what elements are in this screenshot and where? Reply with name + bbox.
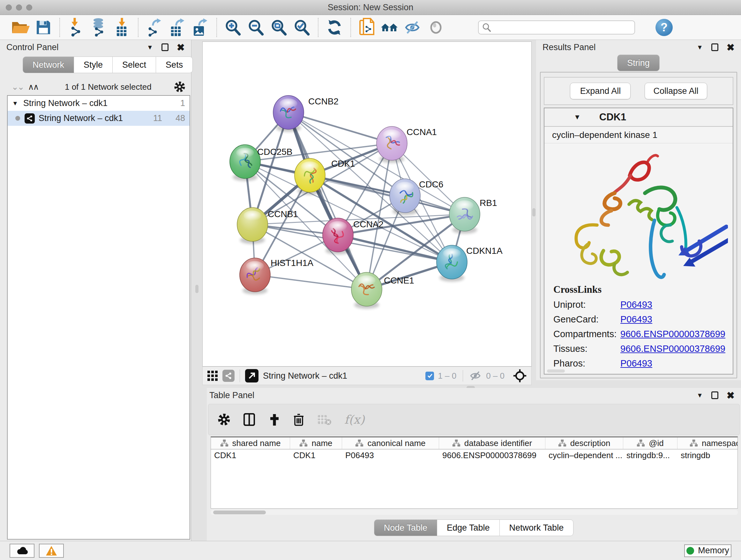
network-row[interactable]: String Network – cdk1 11 48 [8,111,190,126]
cell-description[interactable]: cyclin–dependent ... [545,450,623,460]
cloud-status-button[interactable] [10,544,35,558]
column-header[interactable]: database identifier [464,438,532,448]
cell-name[interactable]: CDK1 [290,450,342,460]
column-header[interactable]: shared name [232,438,281,448]
network-node-CCNB2[interactable]: CCNB2 [273,96,339,132]
tab-select[interactable]: Select [112,57,156,73]
memory-button[interactable]: Memory [684,544,731,557]
network-node-HIST1H1A[interactable]: HIST1H1A [240,258,313,294]
table-row[interactable]: CDK1 CDK1 P06493 9606.ENSP00000378699 cy… [211,449,738,461]
card-scrollbar-thumb[interactable] [547,369,565,373]
cell-canonical-name[interactable]: P06493 [342,450,439,460]
left-splitter-handle[interactable] [195,285,199,293]
column-header[interactable]: @id [649,438,664,448]
collapse-all-button[interactable]: Collapse All [645,83,707,99]
genecard-link[interactable]: P06493 [620,314,652,324]
scrollbar-thumb[interactable] [213,510,266,514]
network-node-CCNB1[interactable]: CCNB1 [237,207,298,244]
tab-sets[interactable]: Sets [156,57,193,73]
hide-panels-button[interactable] [401,17,424,38]
panel-menu-icon[interactable]: ▼ [147,44,153,51]
network-node-CDC25B[interactable]: CDC25B [230,145,292,181]
network-collection-row[interactable]: ▼ String Network – cdk1 1 [8,96,190,111]
cell-shared-name[interactable]: CDK1 [211,450,290,460]
network-view[interactable]: CCNB2CCNA1CDC25BCDK1CDC6RB1CCNB1CCNA2CDK… [202,42,532,367]
zoom-in-button[interactable] [221,17,245,38]
compartments-link[interactable]: 9606.ENSP00000378699 [620,329,725,339]
tissues-link[interactable]: 9606.ENSP00000378699 [620,344,725,354]
birds-eye-view-icon[interactable] [245,369,259,382]
window-title: Session: New Session [0,3,741,12]
warning-status-button[interactable] [39,544,64,558]
collapse-all-icon[interactable]: ⌄⌄ [11,82,23,92]
zoom-out-button[interactable] [245,17,267,38]
add-column-icon[interactable] [269,413,280,426]
refresh-button[interactable] [323,17,346,38]
selected-checkbox-icon[interactable] [425,372,434,380]
node-table[interactable]: shared name name canonical name database… [211,436,738,509]
column-type-icon [355,439,363,447]
panel-menu-icon[interactable]: ▼ [697,44,703,51]
network-node-CDK1[interactable]: CDK1 [294,159,355,195]
panel-float-icon[interactable] [711,391,718,399]
delete-column-icon[interactable] [293,413,305,426]
table-horizontal-scrollbar[interactable] [211,510,738,515]
export-table-button[interactable] [166,17,189,38]
cell-database-identifier[interactable]: 9606.ENSP00000378699 [439,450,545,460]
network-node-RB1[interactable]: RB1 [449,197,497,234]
panel-float-icon[interactable] [711,44,718,51]
table-options-gear-icon[interactable] [217,413,231,426]
grid-view-icon[interactable] [207,370,218,381]
show-panels-button[interactable] [424,17,448,38]
column-header[interactable]: name [312,438,332,448]
network-edge-CCNA2-CDKN1A[interactable] [338,235,452,262]
expand-all-icon[interactable]: ∧∧ [28,82,38,92]
panel-close-icon[interactable]: ✖ [177,42,185,53]
network-node-CCNA2[interactable]: CCNA2 [323,218,384,254]
tab-node-table[interactable]: Node Table [374,519,437,536]
export-network-button[interactable] [143,17,166,38]
share-document-button[interactable] [355,17,379,38]
zoom-selected-button[interactable] [290,17,313,38]
panel-float-icon[interactable] [161,44,169,51]
expand-all-button[interactable]: Expand All [570,83,630,99]
tab-style[interactable]: Style [74,57,113,73]
tab-edge-table[interactable]: Edge Table [437,519,500,536]
network-node-CDKN1A[interactable]: CDKN1A [436,245,502,282]
import-network-database-button[interactable] [87,17,111,38]
search-input[interactable] [491,22,625,32]
tab-network-table[interactable]: Network Table [499,519,574,536]
column-header[interactable]: namespace [702,438,738,448]
network-badge-icon[interactable] [222,370,234,382]
network-graph[interactable]: CCNB2CCNA1CDC25BCDK1CDC6RB1CCNB1CCNA2CDK… [203,42,531,366]
pharos-link[interactable]: P06493 [620,358,652,368]
panel-close-icon[interactable]: ✖ [727,42,735,53]
import-network-file-button[interactable] [64,17,87,38]
panel-menu-icon[interactable]: ▼ [697,392,703,399]
import-table-button[interactable] [111,17,133,38]
network-options-gear-icon[interactable] [174,81,186,93]
fit-content-crosshair-icon[interactable] [513,369,527,383]
show-columns-icon[interactable] [244,413,256,427]
save-session-button[interactable] [32,17,55,38]
cell-namespace[interactable]: stringdb [677,450,738,460]
zoom-fit-button[interactable] [267,17,290,38]
network-edge-CCNE1-HIST1H1A[interactable] [255,275,367,289]
open-session-button[interactable] [9,17,32,38]
collection-disclosure-icon[interactable]: ▼ [12,100,18,107]
column-header[interactable]: canonical name [367,438,425,448]
panel-close-icon[interactable]: ✖ [727,390,735,401]
crosslinks-title: CrossLinks [544,284,733,295]
homes-button[interactable] [379,17,401,38]
entry-disclosure-icon[interactable]: ▼ [574,113,581,121]
right-splitter-handle[interactable] [532,208,536,216]
tab-network[interactable]: Network [23,57,74,73]
uniprot-link[interactable]: P06493 [620,300,652,310]
network-edge-CCNB2-CCNA1[interactable] [288,112,392,143]
help-button[interactable]: ? [656,19,673,36]
cell-id[interactable]: stringdb:9... [623,450,677,460]
export-image-button[interactable] [189,17,212,38]
column-header[interactable]: description [570,438,610,448]
node-result-header[interactable]: ▼ CDK1 [544,108,733,127]
tab-string[interactable]: String [617,55,660,71]
